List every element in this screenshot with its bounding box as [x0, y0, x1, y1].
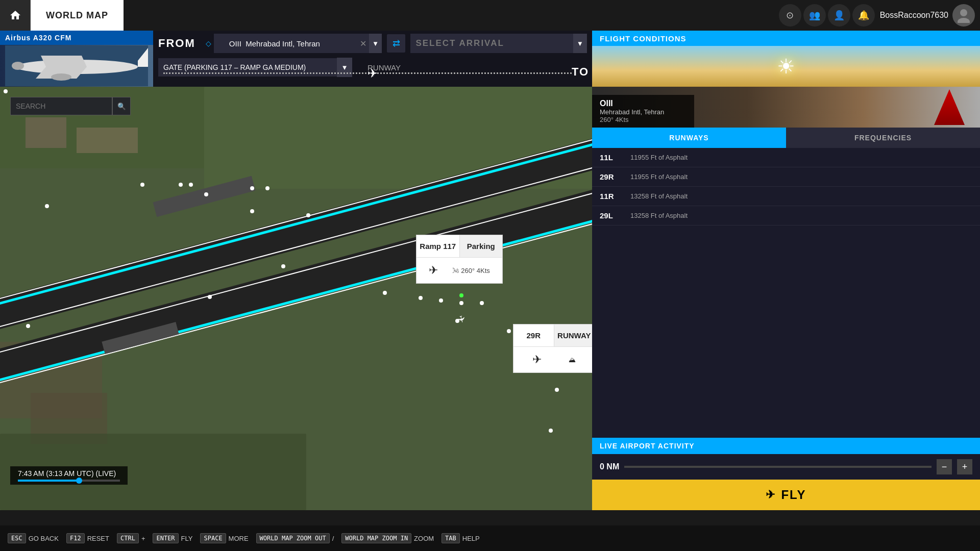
nm-display: 0 NM — [600, 462, 619, 471]
target-icon[interactable]: ⊙ — [779, 4, 801, 27]
arrival-dropdown-button[interactable]: ▼ — [573, 34, 587, 53]
flight-conditions-body: ☀ — [592, 46, 980, 87]
departure-input[interactable] — [214, 34, 369, 53]
help-label: HELP — [462, 535, 480, 542]
building-block — [26, 117, 66, 148]
diamond-icon: ◇ — [206, 39, 211, 47]
runway-table-body: 11L11955 Ft of Asphalt29R11955 Ft of Asp… — [592, 148, 980, 226]
svg-point-7 — [51, 73, 71, 81]
aircraft-header: Airbus A320 CFM — [0, 31, 153, 45]
svg-point-1 — [958, 18, 970, 23]
runway29r-popup: 29R RUNWAY ✈ ⛰ — [513, 324, 592, 373]
waypoint-dot — [45, 204, 49, 208]
waypoint-dot — [4, 89, 8, 93]
runway-table: 11L11955 Ft of Asphalt29R11955 Ft of Asp… — [592, 148, 980, 226]
runway-label: RUNWAY — [357, 63, 411, 72]
departure-dropdown-button[interactable]: ▼ — [369, 34, 382, 53]
topbar-icons: ⊙ 👥 👤 🔔 — [779, 4, 875, 27]
group-icon[interactable]: 👥 — [803, 4, 826, 27]
live-activity-body: 0 NM − + — [592, 454, 980, 480]
bottom-bar: ESC GO BACK F12 RESET CTRL + ENTER FLY S… — [0, 525, 980, 551]
aircraft-image — [0, 45, 153, 87]
runway-length: 11955 Ft of Asphalt — [623, 148, 980, 167]
space-key: SPACE — [200, 533, 226, 543]
plus-label: + — [141, 535, 145, 542]
right-panel: OIII Mehrabad Intl, Tehran 260° 4Kts RUN… — [592, 87, 980, 510]
nm-decrease-button[interactable]: − — [937, 459, 952, 474]
user-profile[interactable]: BossRaccoon7630 — [880, 4, 975, 27]
zoom-out-key: WORLD MAP ZOOM OUT — [256, 533, 330, 543]
waypoint-dot — [189, 183, 193, 187]
tabs-row: RUNWAYS FREQUENCIES — [592, 128, 980, 148]
clear-departure-button[interactable]: ✕ — [360, 39, 366, 48]
ramp-plane-icon: ✈ — [429, 264, 438, 277]
waypoint-dot — [204, 192, 208, 196]
runway-length: 11955 Ft of Asphalt — [623, 167, 980, 187]
map-background: ✈ 🔍 Ramp 117 Parking ✈ 🌬 260° 4Kts 29 — [0, 87, 592, 510]
table-row[interactable]: 29R11955 Ft of Asphalt — [592, 167, 980, 187]
timestamp-bar: 7:43 AM (3:13 AM UTC) (LIVE) — [10, 466, 128, 485]
time-slider[interactable] — [18, 480, 120, 482]
building-block — [77, 128, 138, 153]
ramp-popup: Ramp 117 Parking ✈ 🌬 260° 4Kts — [416, 235, 503, 284]
runway-id: 11L — [592, 148, 623, 167]
waypoint-dot-active — [459, 293, 463, 297]
zoom-in-key: WORLD MAP ZOOM IN — [341, 533, 411, 543]
airport-info: OIII Mehrabad Intl, Tehran 260° 4Kts — [592, 95, 694, 128]
table-row[interactable]: 29L13258 Ft of Asphalt — [592, 206, 980, 226]
nm-increase-button[interactable]: + — [957, 459, 972, 474]
table-row[interactable]: 11R13258 Ft of Asphalt — [592, 187, 980, 206]
swap-button[interactable]: ⇄ — [387, 34, 405, 53]
tab-frequencies[interactable]: FREQUENCIES — [786, 128, 980, 148]
username-label: BossRaccoon7630 — [880, 11, 948, 20]
runway29r-type-label: RUNWAY — [554, 324, 593, 346]
table-row[interactable]: 11L11955 Ft of Asphalt — [592, 148, 980, 167]
departure-input-wrapper: ◇ ✕ ▼ — [206, 34, 382, 53]
bell-icon[interactable]: 🔔 — [852, 4, 875, 27]
tab-runways[interactable]: RUNWAYS — [592, 128, 786, 148]
search-button[interactable]: 🔍 — [112, 97, 131, 115]
runway-length: 13258 Ft of Asphalt — [623, 206, 980, 226]
to-label: TO — [572, 65, 589, 79]
arrival-input[interactable] — [410, 34, 573, 53]
avatar — [952, 4, 975, 27]
waypoint-dot — [480, 301, 484, 305]
runway-plane-icon: ✈ — [532, 353, 542, 366]
ramp-popup-left-label: Ramp 117 — [416, 235, 459, 257]
time-slider-thumb[interactable] — [76, 478, 82, 484]
airport-code: OIII — [600, 99, 687, 108]
flight-conditions-header: FLIGHT CONDITIONS — [592, 31, 980, 46]
svg-point-0 — [960, 9, 967, 16]
map-area[interactable]: ✈ 🔍 Ramp 117 Parking ✈ 🌬 260° 4Kts 29 — [0, 87, 592, 510]
f12-key: F12 — [66, 533, 85, 543]
go-back-label: GO BACK — [29, 535, 59, 542]
waypoint-dot — [439, 298, 443, 303]
zoom-sep: / — [332, 535, 334, 542]
airport-name: Mehrabad Intl, Tehran — [600, 108, 687, 116]
waypoint-dot — [26, 324, 30, 328]
live-activity-header: LIVE AIRPORT ACTIVITY — [592, 438, 980, 454]
reset-label: RESET — [87, 535, 109, 542]
search-input[interactable] — [10, 97, 112, 115]
home-button[interactable] — [0, 0, 31, 31]
fly-button[interactable]: ✈ FLY — [592, 480, 980, 510]
wind-icon: 🌬 — [452, 267, 459, 274]
waypoint-dot — [555, 388, 559, 392]
waypoint-dot — [383, 291, 387, 295]
waypoint-dot — [306, 213, 310, 217]
waypoint-dot — [179, 183, 183, 187]
waypoint-dot — [549, 429, 553, 433]
waypoint-dot — [250, 186, 254, 190]
gate-dropdown-button[interactable]: ▼ — [337, 58, 352, 77]
waypoint-dot — [281, 264, 285, 268]
weather-sun-icon: ☀ — [777, 55, 795, 78]
waypoint-dot — [140, 183, 144, 187]
world-map-tab[interactable]: WORLD MAP — [31, 0, 124, 31]
person-icon[interactable]: 👤 — [828, 4, 850, 27]
airport-wind: 260° 4Kts — [600, 116, 687, 123]
esc-key: ESC — [8, 533, 26, 543]
search-box: 🔍 — [10, 97, 131, 115]
waypoint-dot — [208, 295, 212, 299]
runway-id: 29R — [592, 167, 623, 187]
more-label: MORE — [229, 535, 249, 542]
